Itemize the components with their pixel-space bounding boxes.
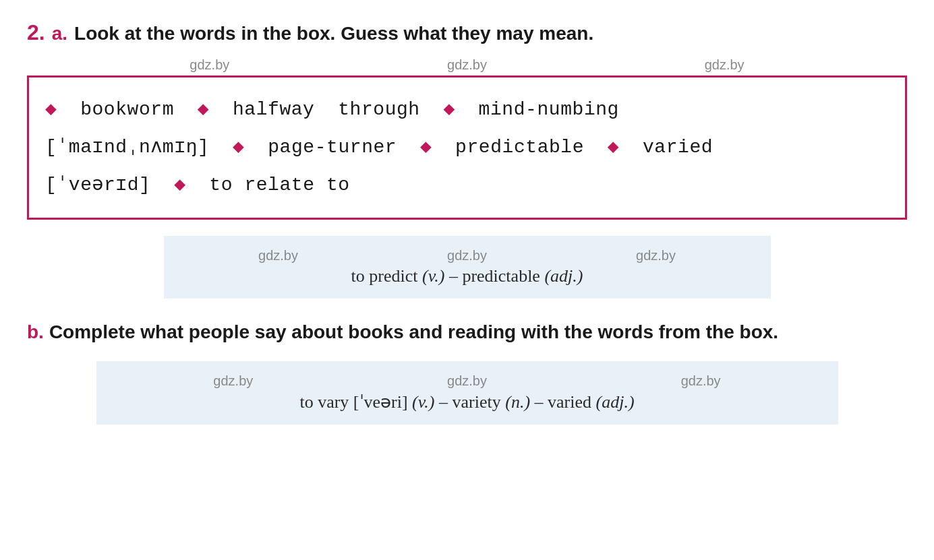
page: 2. a. Look at the words in the box. Gues… <box>0 0 934 445</box>
section-b-instruction: Complete what people say about books and… <box>49 319 778 345</box>
section-number: 2. <box>27 20 45 45</box>
section-letter-a: a. <box>52 23 67 44</box>
bottom-watermark-3: gdz.by <box>681 373 721 389</box>
section-instruction-a: Look at the words in the box. Guess what… <box>74 23 593 44</box>
diamond-1: ◆ <box>45 99 57 120</box>
vocab-line-3: [ˈveərɪd] ◆ to relate to <box>45 166 889 204</box>
diamond-7: ◆ <box>174 175 185 195</box>
watermarks-top-row: gdz.by gdz.by gdz.by <box>27 57 907 73</box>
diamond-6: ◆ <box>608 137 619 158</box>
hint-watermarks-row: gdz.by gdz.by gdz.by <box>184 248 751 263</box>
diamond-3: ◆ <box>443 99 455 120</box>
section-b-header: b. Complete what people say about books … <box>27 319 907 345</box>
hint-box-a: gdz.by gdz.by gdz.by to predict (v.) – p… <box>164 236 771 299</box>
diamond-5: ◆ <box>420 137 432 158</box>
section-2-header: 2. a. Look at the words in the box. Gues… <box>27 20 907 45</box>
section-b-letter: b. <box>27 321 44 343</box>
bottom-hint-text: to vary [ˈveəri] (v.) – variety (n.) – v… <box>117 392 818 412</box>
bottom-hint-box: gdz.by gdz.by gdz.by to vary [ˈveəri] (v… <box>96 361 838 425</box>
diamond-4: ◆ <box>233 137 244 158</box>
hint-watermark-2: gdz.by <box>447 248 487 263</box>
hint-watermark-1: gdz.by <box>258 248 298 263</box>
watermark-1: gdz.by <box>189 57 229 73</box>
bottom-hint-watermarks-row: gdz.by gdz.by gdz.by <box>117 373 818 389</box>
watermark-3: gdz.by <box>705 57 745 73</box>
hint-watermark-3: gdz.by <box>636 248 676 263</box>
bottom-watermark-1: gdz.by <box>213 373 253 389</box>
diamond-2: ◆ <box>198 99 209 120</box>
watermark-2: gdz.by <box>447 57 487 73</box>
hint-text-a: to predict (v.) – predictable (adj.) <box>184 266 751 286</box>
bottom-watermark-2: gdz.by <box>447 373 487 389</box>
vocab-box: ◆ bookworm ◆ halfway through ◆ mind-numb… <box>27 75 907 220</box>
vocab-line-2: [ˈmaɪndˌnʌmɪŋ] ◆ page-turner ◆ predictab… <box>45 129 889 166</box>
vocab-line-1: ◆ bookworm ◆ halfway through ◆ mind-numb… <box>45 91 889 129</box>
